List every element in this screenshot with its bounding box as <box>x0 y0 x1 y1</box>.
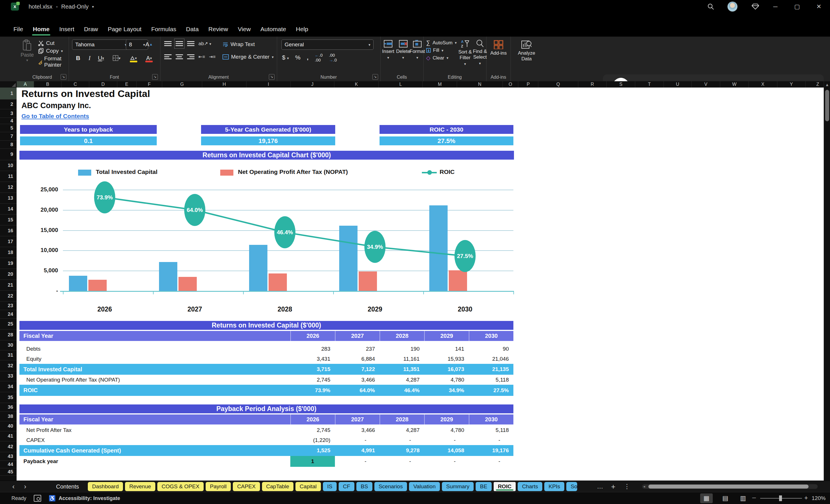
cell-2029[interactable]: - <box>424 456 469 467</box>
ribbon-tab-view[interactable]: View <box>233 22 255 37</box>
ribbon-tab-page-layout[interactable]: Page Layout <box>103 22 147 37</box>
row-header-42[interactable]: 42 <box>0 441 17 452</box>
cell-2030[interactable]: 5,118 <box>469 425 513 435</box>
row-header-8[interactable]: 8 <box>0 141 17 149</box>
row-header-43[interactable]: 43 <box>0 452 17 461</box>
column-header-F[interactable]: F <box>137 81 162 88</box>
cell-2028[interactable]: 190 <box>380 344 424 354</box>
vertical-scrollbar[interactable]: ▲ <box>824 81 830 480</box>
zoom-level[interactable]: 120% <box>812 495 826 501</box>
search-icon[interactable] <box>704 0 717 13</box>
delete-cells-button[interactable]: Delete▾ <box>396 40 410 60</box>
year-header-2026[interactable]: 2026 <box>290 331 335 341</box>
column-header-U[interactable]: U <box>664 81 692 88</box>
scroll-left-icon[interactable]: ◂ <box>643 484 645 489</box>
row-header-40[interactable]: 40 <box>0 421 17 431</box>
cell-2027[interactable]: 237 <box>335 344 380 354</box>
year-header-2029[interactable]: 2029 <box>424 331 469 341</box>
kpi-header-1[interactable]: 5-Year Cash Generated ($'000) <box>201 125 335 134</box>
table-of-contents-link[interactable]: Go to Table of Contents <box>22 113 89 120</box>
ribbon-tab-draw[interactable]: Draw <box>79 22 103 37</box>
year-header-2028[interactable]: 2028 <box>380 414 424 424</box>
tabs-scroll-left-icon[interactable]: ‹ <box>8 482 18 491</box>
row-header-14[interactable]: 14 <box>0 204 17 215</box>
column-header-B[interactable]: B <box>34 81 62 88</box>
cell-2027[interactable]: 7,122 <box>335 364 380 375</box>
column-header-T[interactable]: T <box>635 81 664 88</box>
row-header-17[interactable]: 17 <box>0 236 17 247</box>
title-dropdown-icon[interactable]: ▾ <box>92 5 94 9</box>
cell-2030[interactable]: 21,135 <box>469 364 513 375</box>
cell-2026[interactable]: 3,431 <box>290 354 335 364</box>
row-header-31[interactable]: 31 <box>0 350 17 360</box>
row-label[interactable]: Payback year <box>20 456 290 467</box>
comma-format-button[interactable]: , <box>307 54 309 61</box>
font-color-button[interactable]: A ▾ <box>143 53 154 63</box>
format-painter-button[interactable]: Format Painter <box>38 56 69 68</box>
row-header-44[interactable]: 44 <box>0 461 17 468</box>
column-header-V[interactable]: V <box>692 81 720 88</box>
restore-button[interactable]: ▢ <box>791 0 804 13</box>
row-header-7[interactable]: 7 <box>0 132 17 141</box>
sheet-tab-captable[interactable]: CapTable <box>262 482 293 491</box>
cell-2027[interactable]: 3,466 <box>335 425 380 435</box>
cell-2028[interactable]: - <box>380 435 424 445</box>
macro-record-icon[interactable] <box>34 495 41 502</box>
horizontal-scrollbar[interactable]: ◂ <box>642 484 818 489</box>
row-label[interactable]: Debts <box>20 344 290 354</box>
sheet-tab-bs[interactable]: BS <box>356 482 372 491</box>
ribbon-tab-review[interactable]: Review <box>204 22 233 37</box>
cell-2030[interactable]: 90 <box>469 344 513 354</box>
paste-button[interactable]: Paste ▾ <box>19 39 36 62</box>
column-header-X[interactable]: X <box>749 81 777 88</box>
sheet-tab-cogs-opex[interactable]: COGS & OPEX <box>157 482 204 491</box>
cell-2026[interactable]: 2,745 <box>290 375 335 385</box>
borders-button[interactable]: ▾ <box>111 53 122 63</box>
decrease-decimal-button[interactable]: .00→.0 <box>329 53 337 62</box>
cell-2029[interactable]: 34.9% <box>424 385 469 396</box>
sheet-tab-kpis[interactable]: KPIs <box>544 482 564 491</box>
cell-2028[interactable]: - <box>380 456 424 467</box>
year-header-2027[interactable]: 2027 <box>335 414 380 424</box>
merge-center-button[interactable]: Merge & Center ▾ <box>223 54 274 60</box>
horizontal-scroll-thumb[interactable] <box>648 484 808 489</box>
cell-2026[interactable]: 1,525 <box>290 445 335 456</box>
page-layout-view-button[interactable]: ▤ <box>719 494 732 503</box>
scroll-up-icon[interactable]: ▲ <box>825 83 830 87</box>
row-label[interactable]: Net Profit After Tax <box>20 425 290 435</box>
more-sheets-icon[interactable]: … <box>594 481 606 492</box>
column-header-N[interactable]: N <box>457 81 503 88</box>
cell-2026[interactable]: 3,715 <box>290 364 335 375</box>
sheet-canvas[interactable]: Returns on Invested Capital ABC Company … <box>17 88 824 480</box>
fiscal-year-label[interactable]: Fiscal Year <box>20 331 290 341</box>
sheet-tab-roic[interactable]: ROIC <box>493 482 516 491</box>
row-header-45[interactable]: 45 <box>0 468 17 476</box>
new-sheet-button[interactable]: + <box>607 481 619 492</box>
row-header-22[interactable]: 22 <box>0 291 17 302</box>
account-avatar[interactable] <box>726 0 739 13</box>
ribbon-tab-automate[interactable]: Automate <box>256 22 291 37</box>
column-header-Y[interactable]: Y <box>777 81 806 88</box>
column-header-E[interactable]: E <box>117 81 137 88</box>
ribbon-tab-insert[interactable]: Insert <box>54 22 79 37</box>
sheet-tab-capex[interactable]: CAPEX <box>233 482 260 491</box>
row-header-35[interactable]: 35 <box>0 392 17 403</box>
row-header-30[interactable]: 30 <box>0 340 17 350</box>
font-name-select[interactable]: Tahoma▾ <box>72 39 130 50</box>
year-header-2029[interactable]: 2029 <box>424 414 469 424</box>
currency-format-button[interactable]: $ ▾ <box>282 54 289 61</box>
ribbon-tab-home[interactable]: Home <box>28 22 54 37</box>
sheet-tab-summary[interactable]: Summary <box>442 482 474 491</box>
row-header-23[interactable]: 23 <box>0 302 17 310</box>
cell-2026[interactable]: (1,220) <box>290 435 335 445</box>
sheet-tab-scenarios[interactable]: Scenarios <box>374 482 407 491</box>
number-format-select[interactable]: General▾ <box>281 39 374 50</box>
cell-2029[interactable]: 16,073 <box>424 364 469 375</box>
align-middle-icon[interactable] <box>175 40 183 47</box>
cell-2026[interactable]: 2,745 <box>290 425 335 435</box>
row-header-16[interactable]: 16 <box>0 225 17 236</box>
cell-2029[interactable]: 4,780 <box>424 425 469 435</box>
align-right-icon[interactable] <box>187 53 194 60</box>
zoom-out-button[interactable]: ─ <box>752 495 756 501</box>
column-header-O[interactable]: O <box>503 81 518 88</box>
